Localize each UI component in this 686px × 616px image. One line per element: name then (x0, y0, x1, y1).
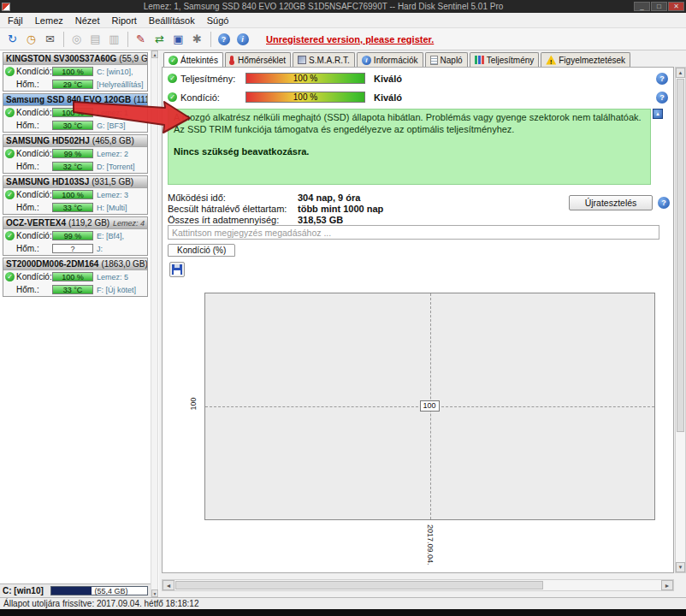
menu-bar: Fájl Lemez Nézet Riport Beállítások Súgó (0, 13, 686, 28)
disk-item-ocz-vertex4[interactable]: OCZ-VERTEX4 (119,2 GB) Lemez: 4 ✓ Kondíc… (3, 216, 148, 256)
disk-item-kingston[interactable]: KINGSTON SV300S37A60G (55,9 GB) ✓ Kondíc… (3, 52, 148, 92)
tab-smart[interactable]: S.M.A.R.T. (293, 52, 355, 67)
scroll-up-icon[interactable]: ▲ (151, 50, 158, 58)
inspect-disk-icon[interactable]: ◎ (68, 30, 86, 48)
disk-transfer-icon[interactable]: ⇄ (151, 30, 169, 48)
scrollbar-thumb[interactable] (175, 581, 543, 589)
close-button[interactable]: ✕ (668, 2, 684, 11)
temp-bar: 33 °C (52, 203, 93, 212)
main-area: KINGSTON SV300S37A60G (55,9 GB) ✓ Kondíc… (0, 50, 686, 597)
condition-bar: 100 % (52, 272, 93, 281)
disk-item-hd103sj[interactable]: SAMSUNG HD103SJ (931,5 GB) ✓ Kondíció: 1… (3, 175, 148, 215)
surface-test-icon[interactable]: ▤ (86, 30, 104, 48)
health-ok-icon: ✓ (5, 149, 15, 158)
retest-button[interactable]: Újratesztelés (569, 195, 653, 210)
menu-report[interactable]: Riport (106, 14, 143, 27)
disk-item-hd502hj[interactable]: SAMSUNG HD502HJ (465,8 GB) ✓ Kondíció: 9… (3, 134, 148, 174)
disk-header[interactable]: SAMSUNG HD103SJ (931,5 GB) (3, 176, 147, 188)
tab-performance[interactable]: Teljesítmény (470, 52, 540, 67)
chart-point-label: 100 (420, 400, 440, 412)
volume-label: [Helyreállítás] (93, 80, 144, 89)
app-window: Lemez: 1, Samsung SSD 840 EVO 120GB S1D5… (0, 0, 686, 616)
register-link[interactable]: Unregistered version, please register. (266, 34, 434, 44)
stat-remaining-lifetime: Becsült hátralévő élettartam: több mint … (168, 204, 527, 214)
health-ok-icon: ✓ (5, 231, 15, 240)
scroll-down-icon[interactable]: ▼ (676, 562, 685, 572)
volume-label: J: (93, 245, 103, 253)
tab-label: Hőmérséklet (238, 56, 286, 65)
write-test-icon[interactable]: ✎ (132, 30, 150, 48)
minimize-button[interactable]: _ (634, 2, 650, 11)
scroll-down-icon[interactable]: ▼ (151, 589, 158, 597)
tab-information[interactable]: i Információk (357, 52, 423, 67)
maximize-button[interactable]: □ (651, 2, 667, 11)
menu-view[interactable]: Nézet (69, 14, 106, 27)
tab-temperature[interactable]: Hőmérséklet (225, 52, 291, 67)
tab-label: Napló (441, 56, 463, 65)
help-icon[interactable]: ? (656, 92, 668, 104)
disk-name: Samsung SSD 840 EVO 120GB (6, 95, 131, 104)
menu-help[interactable]: Súgó (201, 14, 235, 27)
disk-header-selected[interactable]: Samsung SSD 840 EVO 120GB (111,8 GB) (3, 94, 147, 106)
alarm-icon[interactable]: ◷ (22, 30, 40, 48)
disk-header[interactable]: SAMSUNG HD502HJ (465,8 GB) (3, 135, 147, 147)
disk-item-st2000dm006[interactable]: ST2000DM006-2DM164 (1863,0 GB) ✓ Kondíci… (3, 258, 148, 297)
condition-label: Kondíció: (15, 190, 52, 199)
save-chart-button[interactable] (169, 262, 185, 277)
volume-free-size: (55,4 GB) (94, 587, 127, 595)
condition-history-chart: 100 (204, 293, 655, 520)
disk-header[interactable]: OCZ-VERTEX4 (119,2 GB) Lemez: 4 (3, 217, 147, 229)
temp-bar: 33 °C (52, 285, 93, 294)
scrollbar-thumb[interactable] (677, 79, 684, 432)
disk-header[interactable]: ST2000DM006-2DM164 (1863,0 GB) (3, 258, 147, 270)
preferences-icon[interactable]: ✱ (188, 30, 206, 48)
condition-bar: 99 % (52, 231, 93, 240)
content-vertical-scrollbar[interactable]: ▲ ▼ (675, 67, 686, 573)
scroll-right-icon[interactable]: ► (661, 580, 673, 590)
menu-file[interactable]: Fájl (2, 14, 29, 27)
stat-label: Becsült hátralévő élettartam: (168, 204, 298, 214)
retest-area: Újratesztelés ? (569, 195, 670, 210)
smart-icon (298, 56, 306, 64)
condition-row: ✓ Kondíció: 99 % E: [Bf4], (3, 229, 147, 242)
about-icon[interactable]: i (234, 30, 251, 48)
toolbar: ↻ ◷ ✉ ◎ ▤ ▥ ✎ ⇄ ▣ ✱ ? i Unregistered ver… (0, 28, 686, 50)
tab-overview[interactable]: ✓ Áttekintés (163, 52, 223, 67)
tab-alerts[interactable]: ! Figyelmeztetések (541, 52, 630, 67)
condition-row: ✓ Kondíció: 99 % Lemez: 2 (3, 147, 147, 160)
content-horizontal-scrollbar[interactable]: ◄ ► (162, 579, 674, 591)
help-icon[interactable]: ? (656, 73, 668, 85)
refresh-icon[interactable]: ↻ (3, 30, 21, 48)
temp-label: Hőm.: (15, 244, 52, 253)
disk-number-label: Lemez: 2 (93, 150, 128, 158)
log-icon (430, 56, 438, 65)
healthbox-scroll-icon[interactable]: ▲ (653, 109, 663, 119)
disk-item-samsung-ssd[interactable]: Samsung SSD 840 EVO 120GB (111,8 GB) ✓ K… (3, 93, 148, 133)
performance-row: ✓ Teljesítmény: 100 % Kiváló ? (168, 72, 668, 85)
menu-settings[interactable]: Beállítások (143, 14, 201, 27)
sidebar-scrollbar[interactable]: ▲ ▼ (151, 50, 158, 597)
scroll-up-icon[interactable]: ▲ (676, 68, 685, 78)
condition-bar: 99 % (52, 149, 93, 158)
display-settings-icon[interactable]: ▣ (169, 30, 187, 48)
temp-label: Hőm.: (15, 203, 52, 212)
help-icon[interactable]: ? (215, 30, 233, 48)
health-text-line1: A mozgó alkatrész nélküli meghajtó (SSD)… (174, 112, 645, 124)
menu-disk[interactable]: Lemez (29, 14, 69, 27)
title-bar: Lemez: 1, Samsung SSD 840 EVO 120GB S1D5… (0, 0, 686, 13)
stat-label: Összes írt adatmennyiség: (168, 215, 298, 225)
condition-bar: 100 % (52, 108, 93, 117)
benchmark-icon[interactable]: ▥ (105, 30, 123, 48)
scroll-left-icon[interactable]: ◄ (163, 580, 174, 590)
help-icon[interactable]: ? (658, 197, 670, 209)
disk-header[interactable]: KINGSTON SV300S37A60G (55,9 GB) (3, 53, 147, 65)
report-mail-icon[interactable]: ✉ (41, 30, 59, 48)
content-area: ✓ Áttekintés Hőmérséklet S.M.A.R.T. i In… (159, 50, 686, 597)
condition-row: ✓ Kondíció: 100 % Lemez: 3 (3, 188, 147, 201)
health-ok-icon: ✓ (5, 108, 15, 117)
health-text-line2: Az SSD TRIM funkciója támogatva és enged… (174, 124, 645, 136)
chart-tab-condition[interactable]: Kondíció (%) (168, 244, 235, 257)
disk-size: (119,2 GB) (68, 218, 109, 228)
tab-log[interactable]: Napló (425, 52, 468, 67)
comment-input[interactable] (168, 225, 659, 240)
